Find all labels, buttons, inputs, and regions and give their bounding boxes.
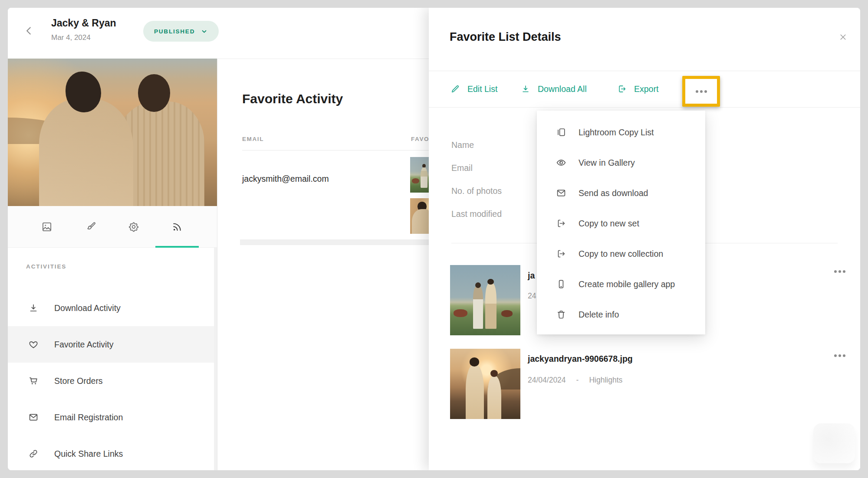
envelope-icon <box>28 412 39 422</box>
collection-title: Jacky & Ryan <box>51 17 116 29</box>
menu-item-delete-info[interactable]: Delete info <box>537 299 705 330</box>
collection-cover-photo <box>8 59 217 206</box>
download-all-label: Download All <box>538 84 587 94</box>
sidebar-item-label: Download Activity <box>54 303 121 313</box>
sidebar-item-label: Quick Share Links <box>54 449 123 459</box>
thumbnail-cow <box>412 178 419 183</box>
detail-label-email: Email <box>451 157 473 180</box>
activity-feed-icon <box>171 221 183 232</box>
activities-nav: Download Activity Favorite Activity Stor… <box>8 290 217 470</box>
edit-list-button[interactable]: Edit List <box>450 71 497 107</box>
copy-to-set-icon <box>556 218 566 229</box>
tab-design[interactable] <box>69 206 112 247</box>
collection-header: Jacky & Ryan Mar 4, 2024 PUBLISHED <box>8 8 434 59</box>
app-window: Jacky & Ryan Mar 4, 2024 PUBLISHED <box>8 8 860 470</box>
sidebar-item-email-registration[interactable]: Email Registration <box>8 399 217 435</box>
download-all-button[interactable]: Download All <box>521 71 587 107</box>
thumbnail-person <box>466 364 484 419</box>
panel-title: Favorite List Details <box>450 30 561 44</box>
horizontal-scrollbar[interactable] <box>240 239 429 245</box>
file-meta-2: 24/04/2024 - Highlights <box>528 376 622 385</box>
thumbnail-person <box>485 283 496 329</box>
file-tag-2: Highlights <box>589 376 622 385</box>
thumbnail-person <box>487 376 501 419</box>
brush-icon <box>85 221 96 232</box>
file-date-1: 24 <box>528 291 536 301</box>
trash-icon <box>556 309 566 320</box>
collection-heading: Jacky & Ryan Mar 4, 2024 <box>51 17 116 42</box>
detail-label-last-modified: Last modified <box>451 203 502 226</box>
tab-activity[interactable] <box>155 206 199 247</box>
ellipsis-icon <box>834 270 845 273</box>
thumbnail-cow <box>454 309 467 317</box>
more-options-dropdown: Lightroom Copy List View in Gallery Send… <box>537 111 705 334</box>
menu-item-send-as-download[interactable]: Send as download <box>537 178 705 208</box>
heart-icon <box>28 339 39 350</box>
cover-photo-person-left <box>39 98 133 206</box>
file-thumbnail-2[interactable] <box>450 349 520 419</box>
menu-item-view-in-gallery[interactable]: View in Gallery <box>537 147 705 178</box>
page-title: Favorite Activity <box>242 92 343 106</box>
sidebar: ACTIVITIES Download Activity Favorite Ac… <box>8 59 217 470</box>
file-thumbnail-1[interactable] <box>450 265 520 335</box>
menu-item-lightroom-copy-list[interactable]: Lightroom Copy List <box>537 117 705 147</box>
eye-icon <box>556 157 566 168</box>
chevron-left-icon <box>23 25 35 36</box>
published-status-badge[interactable]: PUBLISHED <box>143 21 219 42</box>
tab-settings[interactable] <box>112 206 155 247</box>
file-row-1-more-button[interactable] <box>834 270 845 273</box>
edit-list-label: Edit List <box>467 84 497 94</box>
detail-label-no-of-photos: No. of photos <box>451 180 502 203</box>
menu-item-label: Copy to new collection <box>579 249 663 259</box>
sidebar-scrollbar[interactable] <box>214 248 217 470</box>
sidebar-tabs <box>8 206 217 248</box>
export-icon <box>617 84 627 94</box>
menu-item-label: Delete info <box>579 310 619 320</box>
download-icon <box>28 303 39 313</box>
table-header-divider <box>242 150 442 151</box>
thumbnail-person <box>473 287 483 329</box>
download-icon <box>521 84 530 94</box>
file-name-2[interactable]: jackyandryan-9906678.jpg <box>528 354 633 364</box>
image-icon <box>41 221 53 232</box>
sidebar-item-label: Favorite Activity <box>54 340 114 350</box>
close-icon[interactable] <box>838 32 848 42</box>
file-name-1[interactable]: ja <box>528 271 535 281</box>
thumbnail-cow <box>501 310 513 317</box>
more-options-button[interactable] <box>682 76 720 107</box>
link-icon <box>28 449 39 459</box>
export-label: Export <box>634 84 658 94</box>
sidebar-item-store-orders[interactable]: Store Orders <box>8 363 217 399</box>
menu-item-copy-to-new-set[interactable]: Copy to new set <box>537 208 705 239</box>
back-button[interactable] <box>23 25 35 36</box>
file-row-2-more-button[interactable] <box>834 354 845 357</box>
sidebar-item-favorite-activity[interactable]: Favorite Activity <box>8 326 217 363</box>
favorite-list-details-panel: Favorite List Details Edit List Download… <box>429 8 860 470</box>
file-meta-1: 24 <box>528 291 536 301</box>
cart-icon <box>28 376 39 386</box>
menu-item-label: Send as download <box>579 188 648 198</box>
tab-photos[interactable] <box>25 206 69 247</box>
menu-item-label: Copy to new set <box>579 219 639 229</box>
menu-item-create-mobile-gallery-app[interactable]: Create mobile gallery app <box>537 269 705 299</box>
export-button[interactable]: Export <box>617 71 658 107</box>
gear-icon <box>128 221 139 232</box>
collection-date: Mar 4, 2024 <box>51 33 116 42</box>
column-header-email: EMAIL <box>242 136 264 142</box>
detail-label-name: Name <box>451 134 474 157</box>
menu-item-label: Lightroom Copy List <box>579 128 654 138</box>
menu-item-label: View in Gallery <box>579 158 635 168</box>
status-badge-label: PUBLISHED <box>154 28 195 35</box>
pencil-icon <box>450 84 460 94</box>
help-widget[interactable] <box>813 423 855 463</box>
copy-to-collection-icon <box>556 249 566 259</box>
ellipsis-icon <box>834 354 845 357</box>
file-meta-separator: - <box>576 376 579 385</box>
menu-item-copy-to-new-collection[interactable]: Copy to new collection <box>537 239 705 269</box>
file-date-2: 24/04/2024 <box>528 376 566 385</box>
sidebar-item-quick-share-links[interactable]: Quick Share Links <box>8 435 217 470</box>
envelope-icon <box>556 188 566 198</box>
activities-section-label: ACTIVITIES <box>26 263 217 270</box>
sidebar-item-download-activity[interactable]: Download Activity <box>8 290 217 326</box>
table-row-email[interactable]: jackysmith@email.com <box>242 174 329 184</box>
